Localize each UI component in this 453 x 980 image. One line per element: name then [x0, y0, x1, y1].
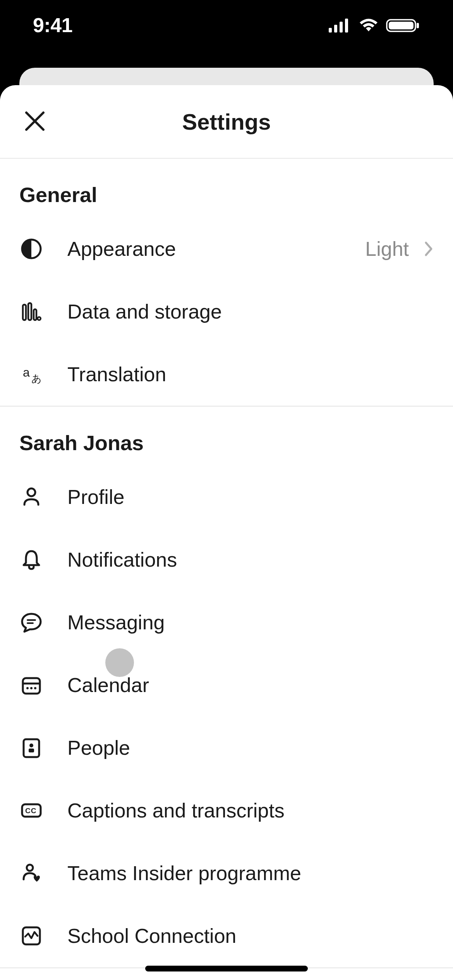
- bell-icon: [19, 548, 43, 572]
- svg-rect-26: [29, 749, 34, 752]
- row-label: Calendar: [67, 673, 434, 697]
- contrast-icon: [19, 237, 43, 261]
- settings-content[interactable]: General Appearance Light: [0, 159, 453, 980]
- wifi-icon: [358, 17, 379, 33]
- row-label: Profile: [67, 485, 434, 509]
- insider-icon: [19, 861, 43, 885]
- svg-rect-12: [34, 309, 36, 320]
- svg-rect-2: [340, 22, 343, 33]
- svg-point-23: [34, 687, 36, 689]
- row-school[interactable]: School Connection: [0, 905, 453, 967]
- row-notifications[interactable]: Notifications: [0, 528, 453, 591]
- row-label: Notifications: [67, 548, 434, 571]
- battery-icon: [386, 17, 420, 33]
- svg-text:あ: あ: [31, 373, 42, 384]
- data-storage-icon: [19, 300, 43, 324]
- activity-icon: [19, 924, 43, 948]
- row-calendar[interactable]: Calendar: [0, 654, 453, 716]
- row-value: Light: [365, 237, 409, 260]
- captions-icon: CC: [19, 798, 43, 822]
- home-indicator[interactable]: [145, 966, 308, 971]
- close-icon: [24, 110, 46, 133]
- calendar-icon: [19, 673, 43, 697]
- svg-rect-24: [24, 739, 39, 757]
- section-general: General Appearance Light: [0, 159, 453, 407]
- section-header-account: Sarah Jonas: [0, 407, 453, 466]
- row-messaging[interactable]: Messaging: [0, 591, 453, 654]
- close-button[interactable]: [21, 108, 48, 135]
- chat-icon: [19, 610, 43, 634]
- people-icon: [19, 736, 43, 760]
- row-data-storage[interactable]: Data and storage: [0, 280, 453, 343]
- svg-rect-5: [389, 22, 414, 29]
- svg-point-21: [26, 687, 29, 689]
- section-account: Sarah Jonas Profile: [0, 407, 453, 968]
- svg-rect-1: [334, 25, 337, 33]
- page-title: Settings: [182, 109, 271, 135]
- status-indicators: [329, 17, 420, 33]
- svg-point-25: [29, 744, 33, 747]
- row-label: Data and storage: [67, 300, 434, 323]
- svg-rect-19: [23, 678, 40, 694]
- row-appearance[interactable]: Appearance Light: [0, 218, 453, 280]
- row-label: Teams Insider programme: [67, 862, 434, 885]
- row-captions[interactable]: CC Captions and transcripts: [0, 779, 453, 842]
- status-bar: 9:41: [0, 0, 453, 50]
- row-insider[interactable]: Teams Insider programme: [0, 842, 453, 905]
- row-label: School Connection: [67, 924, 434, 947]
- section-header-general: General: [0, 159, 453, 218]
- svg-point-22: [30, 687, 33, 689]
- svg-point-16: [27, 488, 35, 496]
- person-icon: [19, 485, 43, 509]
- row-label: Captions and transcripts: [67, 799, 434, 822]
- sheet-header: Settings: [0, 85, 453, 159]
- svg-rect-0: [329, 28, 332, 33]
- translation-icon: a あ: [19, 362, 43, 386]
- svg-point-29: [27, 865, 33, 871]
- row-label: Appearance: [67, 237, 365, 260]
- status-time: 9:41: [33, 14, 72, 37]
- row-translation[interactable]: a あ Translation: [0, 343, 453, 406]
- svg-point-13: [38, 317, 41, 320]
- svg-rect-6: [417, 23, 419, 28]
- row-profile[interactable]: Profile: [0, 466, 453, 528]
- row-people[interactable]: People: [0, 716, 453, 779]
- row-label: Translation: [67, 363, 434, 386]
- chevron-right-icon: [424, 241, 434, 257]
- row-label: Messaging: [67, 611, 434, 634]
- settings-sheet: Settings General Appearance Light: [0, 85, 453, 980]
- cellular-icon: [329, 18, 351, 33]
- row-label: People: [67, 736, 434, 759]
- svg-rect-3: [345, 19, 348, 33]
- svg-text:CC: CC: [25, 807, 36, 815]
- svg-rect-11: [28, 303, 31, 320]
- svg-rect-10: [23, 305, 26, 320]
- svg-text:a: a: [23, 365, 30, 379]
